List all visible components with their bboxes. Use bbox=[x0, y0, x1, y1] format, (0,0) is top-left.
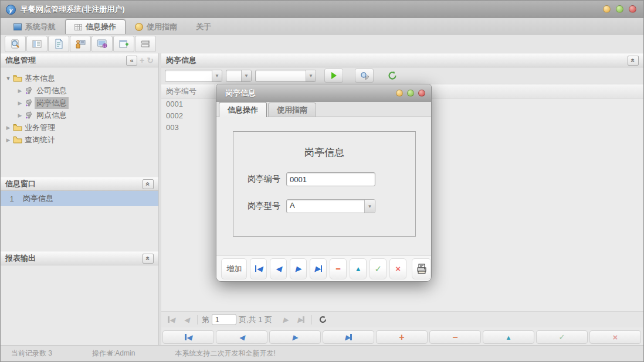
next-record-button[interactable]: ▶ bbox=[269, 330, 321, 344]
prev-record-button[interactable]: ◀ bbox=[216, 330, 267, 344]
first-page-button[interactable]: ◀ bbox=[165, 313, 178, 326]
post-record-button[interactable]: ✓ bbox=[536, 330, 588, 344]
user-wizard-button[interactable] bbox=[70, 36, 91, 52]
page-number-input[interactable] bbox=[212, 314, 236, 325]
collapse-report-button[interactable]: « bbox=[143, 254, 154, 264]
prev-page-button[interactable]: ◀ bbox=[180, 313, 193, 326]
refresh-grid-button[interactable] bbox=[316, 313, 329, 326]
minus-icon: − bbox=[335, 264, 341, 274]
last-page-button[interactable]: ▶ bbox=[294, 313, 307, 326]
main-tab-strip: 系统导航 信息操作 使用指南 关于 bbox=[1, 18, 643, 35]
tree-item-query-stats[interactable]: ▶ 查询统计 bbox=[4, 134, 158, 146]
form-view-button[interactable] bbox=[26, 36, 48, 52]
tree-item-label: 公司信息 bbox=[35, 85, 69, 97]
collapse-info-window-button[interactable]: « bbox=[143, 179, 154, 189]
column-header-booth-id[interactable]: 岗亭编号 bbox=[161, 84, 215, 98]
window-controls bbox=[603, 5, 636, 13]
add-button[interactable]: 增加 bbox=[221, 258, 247, 279]
print-button[interactable] bbox=[412, 258, 431, 279]
dialog-title-bar[interactable]: 岗亭信息 bbox=[216, 84, 431, 102]
insert-record-button[interactable]: + bbox=[376, 330, 428, 344]
edit-button[interactable]: ▲ bbox=[350, 258, 367, 279]
tree-item-basic-info[interactable]: ▼ 基本信息 bbox=[4, 72, 158, 84]
run-query-button[interactable] bbox=[324, 69, 343, 83]
tab-user-guide[interactable]: 使用指南 bbox=[126, 19, 187, 34]
page-label: 第 bbox=[202, 315, 209, 325]
next-button[interactable]: ▶ bbox=[290, 258, 307, 279]
app-window: y 早餐网点管理系统(非注册用户) 系统导航 信息操作 使用指南 关于 bbox=[0, 0, 644, 362]
collapse-left-button[interactable]: « bbox=[126, 56, 137, 66]
print-layout-button[interactable] bbox=[135, 36, 156, 52]
grid-pager: ◀ ◀ 第 页,共 1 页 ▶ ▶ bbox=[161, 311, 643, 327]
booth-model-select[interactable]: A ▼ bbox=[286, 199, 375, 213]
cancel-button[interactable]: × bbox=[389, 258, 406, 279]
new-window-button[interactable] bbox=[113, 36, 134, 52]
tab-about[interactable]: 关于 bbox=[187, 19, 221, 34]
dialog-tab-info-operation[interactable]: 信息操作 bbox=[219, 102, 267, 117]
first-button[interactable]: ◀ bbox=[250, 258, 267, 279]
status-bar: 当前记录数 3 操作者:Admin 本系统支持二次开发和全新开发! bbox=[1, 345, 643, 361]
tree-item-business-manage[interactable]: ▶ 业务管理 bbox=[4, 121, 158, 134]
expand-arrow-icon[interactable]: ▶ bbox=[4, 137, 12, 143]
tab-info-operation[interactable]: 信息操作 bbox=[65, 19, 126, 34]
cancel-record-button[interactable]: × bbox=[589, 330, 641, 344]
dialog-tab-strip: 信息操作 使用指南 bbox=[216, 102, 431, 117]
dialog-maximize-button[interactable] bbox=[407, 90, 414, 97]
query-value-select[interactable]: ▼ bbox=[255, 70, 316, 82]
expand-arrow-icon[interactable]: ▶ bbox=[4, 125, 12, 131]
delete-button[interactable]: − bbox=[330, 258, 347, 279]
dialog-minimize-button[interactable] bbox=[396, 90, 403, 97]
maximize-button[interactable] bbox=[616, 5, 623, 13]
post-button[interactable]: ✓ bbox=[370, 258, 387, 279]
title-bar: y 早餐网点管理系统(非注册用户) bbox=[1, 1, 643, 18]
grid-cell: 0001 bbox=[161, 98, 215, 110]
expand-arrow-icon[interactable]: ▼ bbox=[4, 76, 12, 81]
expand-arrow-icon[interactable]: ▶ bbox=[16, 112, 24, 118]
edit-record-button[interactable]: ▲ bbox=[483, 330, 534, 344]
tab-label: 信息操作 bbox=[86, 22, 116, 32]
search-preview-button[interactable] bbox=[5, 36, 26, 52]
tree-item-label: 查询统计 bbox=[23, 134, 57, 146]
query-field-select[interactable]: ▼ bbox=[165, 70, 222, 82]
add-button-label: 增加 bbox=[226, 264, 242, 274]
tree-item-booth-info[interactable]: ▶ 岗亭信息 bbox=[4, 97, 158, 109]
last-button[interactable]: ▶ bbox=[310, 258, 327, 279]
dialog-tab-user-guide[interactable]: 使用指南 bbox=[268, 103, 316, 117]
expand-arrow-icon[interactable]: ▶ bbox=[16, 100, 24, 106]
minimize-button[interactable] bbox=[603, 5, 611, 13]
grid-icon bbox=[74, 24, 82, 30]
new-document-button[interactable] bbox=[48, 36, 69, 52]
first-record-button[interactable]: ◀ bbox=[162, 330, 214, 344]
booth-id-input[interactable] bbox=[286, 172, 375, 186]
row-label: 岗亭信息 bbox=[23, 193, 53, 204]
refresh-query-button[interactable] bbox=[383, 69, 402, 83]
print-layout-icon bbox=[140, 39, 151, 49]
field-label: 岗亭型号 bbox=[248, 201, 286, 211]
collapse-content-button[interactable]: « bbox=[628, 56, 639, 66]
plus-icon: + bbox=[399, 332, 404, 343]
next-page-button[interactable]: ▶ bbox=[279, 313, 292, 326]
close-button[interactable] bbox=[629, 5, 636, 13]
expand-arrow-icon[interactable]: ▶ bbox=[16, 88, 24, 94]
dialog-close-button[interactable] bbox=[418, 90, 425, 97]
last-record-button[interactable]: ▶ bbox=[323, 330, 374, 344]
edit-triangle-icon: ▲ bbox=[506, 334, 512, 341]
delete-record-button[interactable]: − bbox=[429, 330, 481, 344]
search-edit-button[interactable] bbox=[355, 69, 374, 83]
field-label: 岗亭编号 bbox=[248, 174, 286, 185]
info-manage-header: 信息管理 « + ↻ bbox=[1, 53, 158, 67]
info-window-row[interactable]: 1 岗亭信息 bbox=[1, 191, 158, 206]
tree-item-outlet-info[interactable]: ▶ 网点信息 bbox=[4, 109, 158, 121]
tree-item-company-info[interactable]: ▶ 公司信息 bbox=[4, 84, 158, 97]
booth-info-dialog: 岗亭信息 信息操作 使用指南 岗亭信息 岗亭编号 bbox=[216, 84, 432, 282]
query-operator-select[interactable]: ▼ bbox=[226, 70, 252, 82]
prev-button[interactable]: ◀ bbox=[270, 258, 287, 279]
screen-globe-button[interactable] bbox=[91, 36, 113, 52]
check-icon: ✓ bbox=[559, 333, 565, 341]
tab-system-nav[interactable]: 系统导航 bbox=[4, 19, 65, 34]
page-total-label: 页,共 1 页 bbox=[239, 315, 272, 325]
edit-triangle-icon: ▲ bbox=[355, 265, 362, 273]
field-row-booth-model: 岗亭型号 A ▼ bbox=[248, 199, 415, 213]
window-title: 早餐网点管理系统(非注册用户) bbox=[21, 4, 125, 15]
folder-icon bbox=[12, 136, 23, 144]
